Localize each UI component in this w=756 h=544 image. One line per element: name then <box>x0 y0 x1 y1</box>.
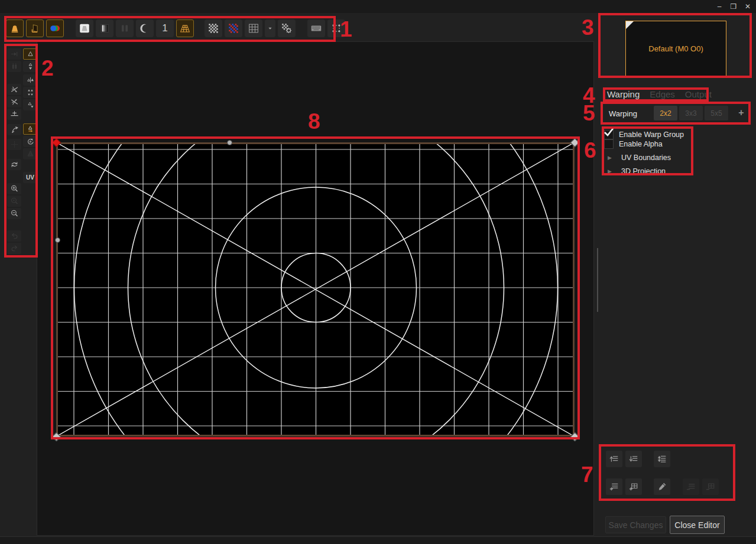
redo-button <box>7 243 21 254</box>
show-surface-button[interactable] <box>76 19 93 37</box>
add-grid-button[interactable] <box>625 478 642 495</box>
move-points-button[interactable] <box>23 123 37 135</box>
checkmark-icon <box>603 126 615 138</box>
tab-warping[interactable]: Warping <box>607 89 640 99</box>
scale-points-button <box>23 148 37 159</box>
surface-actions-row2 <box>606 478 719 495</box>
guides-button <box>7 139 21 150</box>
output-preview[interactable]: Default (M0 O0) <box>625 21 726 76</box>
zoom-reset-button <box>7 196 21 207</box>
output-number-button[interactable]: 1 <box>156 19 174 37</box>
enable-alpha-checkbox[interactable] <box>604 139 614 149</box>
close-icon: ✕ <box>745 3 751 10</box>
uv-boundaries-group[interactable]: ▶UV Boundaries <box>604 153 746 162</box>
warp-grid-3x3-button[interactable]: 3x3 <box>679 106 703 120</box>
flip-vertical-button[interactable] <box>23 61 37 72</box>
close-button[interactable]: ✕ <box>743 2 752 11</box>
warp-editor-window: –❒✕ 1 UV Default (M0 O0) WarpingEdgesOut… <box>0 0 756 544</box>
projection-3d-group-label: 3D Projection <box>621 167 666 175</box>
projector-view-button[interactable] <box>6 19 24 37</box>
surface-actions-row1 <box>606 451 670 467</box>
sidebar-tools-left <box>7 47 21 254</box>
warping-row-label: Warping <box>609 109 637 118</box>
edge-blend-button[interactable] <box>96 19 113 37</box>
minimize-icon: – <box>718 3 722 10</box>
night-mode-button[interactable] <box>136 19 154 37</box>
titlebar: –❒✕ <box>0 0 756 13</box>
test-pattern-svg <box>56 142 575 436</box>
reorder-rows-button[interactable] <box>654 451 670 467</box>
surface-view-button[interactable] <box>26 19 44 37</box>
preview-corner-fold-icon <box>626 21 634 29</box>
move-row-up-button[interactable] <box>606 451 622 467</box>
checkerboard-pattern-button[interactable] <box>205 19 222 37</box>
warp-grid-button[interactable] <box>176 19 194 37</box>
warp-grid-5x5-button[interactable]: 5x5 <box>705 106 728 120</box>
warp-canvas[interactable] <box>56 142 575 436</box>
expand-arrow-icon[interactable]: ▶ <box>608 155 616 161</box>
grid-pattern-button[interactable] <box>245 19 262 37</box>
color-checkerboard-pattern-button[interactable] <box>225 19 242 37</box>
uv-boundaries-group-label: UV Boundaries <box>621 154 671 162</box>
uv-button[interactable]: UV <box>23 172 37 183</box>
tab-edges[interactable]: Edges <box>650 89 675 99</box>
select-points-button[interactable] <box>23 48 37 60</box>
swap-button[interactable] <box>7 159 21 170</box>
corner-point-button[interactable] <box>23 99 37 110</box>
maximize-button[interactable]: ❒ <box>729 2 738 11</box>
add-point-button[interactable] <box>7 109 21 120</box>
enable-warp-group-checkbox[interactable] <box>604 130 614 139</box>
keyboard-shortcuts-button[interactable] <box>307 19 325 37</box>
edit-button[interactable] <box>654 478 670 495</box>
grid-pattern-dropdown[interactable] <box>265 19 275 37</box>
pattern-settings-button[interactable] <box>278 19 296 37</box>
add-row-button[interactable] <box>606 478 622 495</box>
curve-tool-button[interactable] <box>7 124 21 135</box>
rgb-channels-button[interactable] <box>46 19 64 37</box>
transform-handles-button[interactable] <box>327 19 345 37</box>
enable-warp-group-checkbox-row: Enable Warp Group <box>604 130 746 139</box>
window-controls: –❒✕ <box>715 0 752 13</box>
projection-3d-group[interactable]: ▶3D Projection <box>604 167 746 176</box>
zoom-out-button[interactable] <box>7 208 21 219</box>
zoom-in-button[interactable] <box>7 183 21 194</box>
remove-grid-button <box>702 478 719 495</box>
minimize-button[interactable]: – <box>715 2 724 11</box>
snap-button <box>7 48 21 60</box>
maximize-icon: ❒ <box>731 3 737 10</box>
align-horizontal-button[interactable] <box>23 74 37 86</box>
tab-output[interactable]: Output <box>685 89 712 99</box>
window-bottom-edge <box>0 536 756 544</box>
expand-arrow-icon[interactable]: ▶ <box>608 168 616 174</box>
warp-grid-2x2-button[interactable]: 2x2 <box>654 106 677 120</box>
toolbar-group-display-options: 1 <box>76 19 194 37</box>
rotate-points-button[interactable] <box>23 136 37 147</box>
enable-alpha-checkbox-row: Enable Alpha <box>604 139 746 149</box>
remove-row-button <box>683 478 699 495</box>
panel-scrollbar[interactable] <box>597 248 598 312</box>
warp-properties: Enable Warp GroupEnable Alpha▶UV Boundar… <box>604 130 746 176</box>
main-toolbar: 1 <box>6 19 345 37</box>
distribute-button <box>7 61 21 72</box>
toolbar-group-input-tools <box>307 19 345 37</box>
sidebar-tools-right: UV <box>23 47 37 183</box>
panel-tabs: WarpingEdgesOutput <box>607 89 712 99</box>
enable-alpha-checkbox-label: Enable Alpha <box>619 140 663 148</box>
enable-warp-group-checkbox-label: Enable Warp Group <box>619 131 684 139</box>
undo-button <box>7 230 21 242</box>
knife-tool-button[interactable] <box>7 84 21 95</box>
close-editor-button[interactable]: Close Editor <box>670 516 725 534</box>
toolbar-group-view-modes <box>6 19 64 37</box>
toolbar-group-test-patterns <box>205 19 296 37</box>
warp-edge-point[interactable] <box>227 140 232 145</box>
knife-alt-tool-button[interactable] <box>7 96 21 108</box>
warp-edge-point[interactable] <box>55 237 60 243</box>
add-warp-grid-button[interactable]: + <box>735 107 747 119</box>
edge-blend-pair-button <box>116 19 134 37</box>
warp-grid-options: 2x23x35x5 <box>654 106 728 120</box>
preview-label: Default (M0 O0) <box>648 44 703 53</box>
save-changes-button: Save Changes <box>605 516 666 533</box>
move-row-down-button[interactable] <box>625 451 642 467</box>
annotation-label-3: 3 <box>582 17 594 38</box>
distribute-vertical-button[interactable] <box>23 87 37 98</box>
